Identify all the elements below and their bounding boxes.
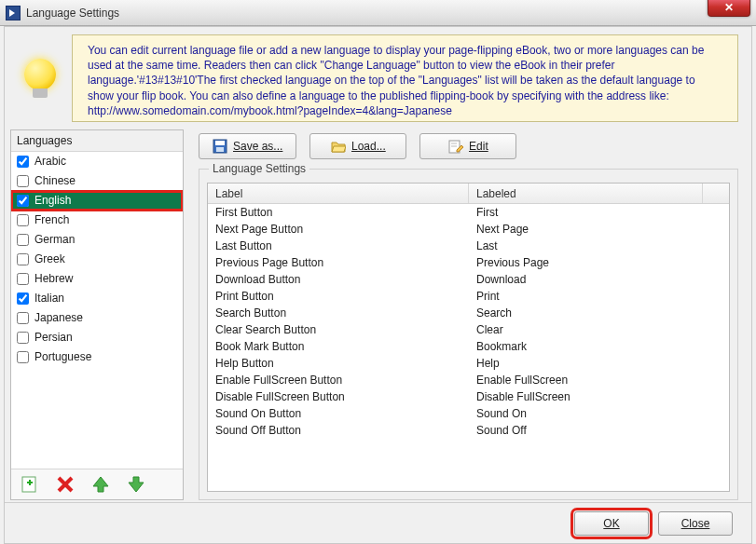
add-language-button[interactable] <box>21 475 39 494</box>
load-button[interactable]: Load... <box>309 133 406 159</box>
language-checkbox[interactable] <box>17 332 29 344</box>
languages-header: Languages <box>11 130 183 152</box>
language-checkbox[interactable] <box>17 214 29 226</box>
cell-labeled: Help <box>469 357 729 370</box>
language-checkbox[interactable] <box>17 292 29 305</box>
arrow-down-icon <box>127 475 145 494</box>
editor-toolbar: Save as... Load... Edit <box>191 129 744 159</box>
language-label: Italian <box>34 292 64 305</box>
language-item[interactable]: Italian <box>11 289 183 308</box>
grid-header: Label Labeled <box>208 184 729 204</box>
edit-button[interactable]: Edit <box>419 133 516 159</box>
save-as-button[interactable]: Save as... <box>199 133 296 159</box>
title-bar: Language Settings ✕ <box>0 0 756 26</box>
ok-button[interactable]: OK <box>574 511 649 536</box>
language-label: French <box>34 213 69 226</box>
language-label: Greek <box>34 252 65 265</box>
cell-label: Sound On Button <box>208 407 469 420</box>
grid-row[interactable]: Sound Off ButtonSound Off <box>208 422 729 439</box>
grid-row[interactable]: Download ButtonDownload <box>208 271 729 288</box>
language-checkbox[interactable] <box>17 195 29 207</box>
language-item[interactable]: German <box>11 230 183 250</box>
cell-labeled: First <box>469 206 729 219</box>
info-banner: You can edit current language file or ad… <box>72 34 738 122</box>
language-item[interactable]: Greek <box>11 250 183 269</box>
cell-labeled: Previous Page <box>469 256 729 269</box>
app-icon <box>6 6 21 20</box>
language-label: Arabic <box>34 155 66 168</box>
cell-labeled: Sound Off <box>469 424 729 437</box>
language-item[interactable]: French <box>11 211 183 230</box>
language-item[interactable]: Japanese <box>11 308 183 328</box>
cell-label: Print Button <box>208 290 469 303</box>
arrow-up-icon <box>91 475 110 494</box>
edit-label: Edit <box>469 140 488 153</box>
language-item[interactable]: Arabic <box>11 152 183 171</box>
close-label: Close <box>681 517 710 530</box>
cell-labeled: Download <box>469 273 729 286</box>
hint-bulb-icon <box>21 59 59 105</box>
language-label: English <box>34 194 71 207</box>
save-as-label: Save as... <box>233 140 282 153</box>
languages-list[interactable]: ArabicChineseEnglishFrenchGermanGreekHeb… <box>11 152 183 469</box>
disk-icon <box>213 139 227 154</box>
move-up-button[interactable] <box>91 475 110 494</box>
language-checkbox[interactable] <box>17 175 29 187</box>
grid-row[interactable]: Book Mark ButtonBookmark <box>208 338 729 355</box>
close-button[interactable]: Close <box>658 511 733 536</box>
language-label: Portuguese <box>34 350 91 363</box>
language-item[interactable]: English <box>11 191 183 211</box>
svg-rect-2 <box>29 480 31 485</box>
cell-label: Enable FullScreen Button <box>208 374 469 387</box>
languages-toolbar <box>11 469 183 499</box>
languages-panel: Languages ArabicChineseEnglishFrenchGerm… <box>10 129 184 500</box>
cell-label: Download Button <box>208 273 469 286</box>
ok-label: OK <box>603 517 619 530</box>
info-banner-text: You can edit current language file or ad… <box>88 44 704 117</box>
remove-language-button[interactable] <box>56 475 75 494</box>
grid-row[interactable]: Disable FullScreen ButtonDisable FullScr… <box>208 388 729 405</box>
cell-label: Last Button <box>208 239 469 252</box>
language-item[interactable]: Hebrew <box>11 269 183 289</box>
grid-row[interactable]: Next Page ButtonNext Page <box>208 221 729 238</box>
pencil-note-icon <box>448 139 463 154</box>
grid-row[interactable]: Help ButtonHelp <box>208 355 729 372</box>
grid-row[interactable]: Enable FullScreen ButtonEnable FullScree… <box>208 372 729 388</box>
svg-marker-11 <box>332 146 346 152</box>
cell-label: Clear Search Button <box>208 323 469 336</box>
grid-row[interactable]: Search ButtonSearch <box>208 305 729 321</box>
language-checkbox[interactable] <box>17 351 29 363</box>
grid-row[interactable]: Last ButtonLast <box>208 238 729 254</box>
language-checkbox[interactable] <box>17 253 29 265</box>
move-down-button[interactable] <box>127 475 145 494</box>
language-checkbox[interactable] <box>17 273 29 285</box>
svg-rect-9 <box>216 147 224 152</box>
plus-page-icon <box>21 475 39 494</box>
grid-row[interactable]: First ButtonFirst <box>208 204 729 221</box>
language-label: Chinese <box>34 174 76 187</box>
column-labeled[interactable]: Labeled <box>469 184 703 203</box>
svg-marker-5 <box>93 477 108 492</box>
grid-body[interactable]: First ButtonFirstNext Page ButtonNext Pa… <box>208 204 729 491</box>
labels-grid[interactable]: Label Labeled First ButtonFirstNext Page… <box>207 183 730 492</box>
client-area: You can edit current language file or ad… <box>4 26 752 544</box>
language-checkbox[interactable] <box>17 312 29 324</box>
language-item[interactable]: Persian <box>11 328 183 347</box>
language-item[interactable]: Portuguese <box>11 347 183 367</box>
load-label: Load... <box>351 140 386 153</box>
grid-row[interactable]: Print ButtonPrint <box>208 288 729 305</box>
language-checkbox[interactable] <box>17 234 29 246</box>
cell-label: Previous Page Button <box>208 256 469 269</box>
grid-row[interactable]: Sound On ButtonSound On <box>208 405 729 422</box>
svg-marker-6 <box>129 477 144 492</box>
cell-label: Disable FullScreen Button <box>208 390 469 403</box>
grid-row[interactable]: Previous Page ButtonPrevious Page <box>208 254 729 271</box>
editor-area: Save as... Load... Edit Language Setting… <box>191 129 744 500</box>
cell-label: First Button <box>208 206 469 219</box>
column-label[interactable]: Label <box>208 184 469 203</box>
window-close-button[interactable]: ✕ <box>708 0 750 17</box>
language-label: Hebrew <box>34 272 73 285</box>
language-item[interactable]: Chinese <box>11 171 183 191</box>
language-checkbox[interactable] <box>17 156 29 168</box>
grid-row[interactable]: Clear Search ButtonClear <box>208 321 729 338</box>
